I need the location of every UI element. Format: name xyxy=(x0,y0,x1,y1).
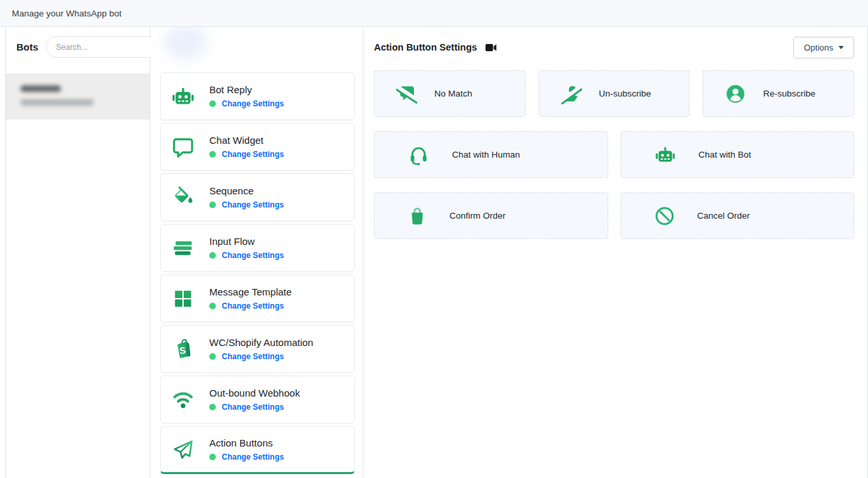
action-row-1: No Match Un-subscribe xyxy=(374,70,854,117)
change-settings-link[interactable]: Change Settings xyxy=(222,200,284,209)
action-button-label: Re-subscribe xyxy=(763,89,816,98)
action-button-re-subscribe[interactable]: Re-subscribe xyxy=(703,70,854,117)
action-button-no-match[interactable]: No Match xyxy=(374,70,526,117)
headset-icon xyxy=(407,144,430,166)
bot-name-redacted xyxy=(20,85,61,92)
robot-icon xyxy=(654,144,676,166)
paint-fill-icon xyxy=(170,185,196,211)
chat-bubble-icon xyxy=(170,134,196,160)
feature-text: Action Buttons Change Settings xyxy=(209,437,284,462)
action-button-label: Confirm Order xyxy=(449,211,506,221)
feature-card-sequence[interactable]: Sequence Change Settings xyxy=(160,173,355,221)
grid-icon xyxy=(170,286,196,312)
shopping-bag-icon xyxy=(407,206,427,226)
action-buttons-grid: No Match Un-subscribe xyxy=(374,70,854,253)
features-column: Bot Reply Change Settings Chat Widget Ch… xyxy=(151,27,363,478)
feature-text: Bot Reply Change Settings xyxy=(209,84,284,108)
bot-phone-redacted xyxy=(20,99,94,106)
video-camera-icon[interactable] xyxy=(486,43,497,52)
page-title: Manage your WhatsApp bot xyxy=(12,9,121,18)
panel-header: Action Button Settings Options xyxy=(374,27,854,68)
panel-title: Action Button Settings xyxy=(374,42,477,53)
status-dot xyxy=(209,353,216,360)
list-bars-icon xyxy=(170,235,196,261)
feature-card-list: Bot Reply Change Settings Chat Widget Ch… xyxy=(160,72,355,477)
options-button-label: Options xyxy=(804,43,833,53)
feature-card-wc-shopify[interactable]: S WC/Shopify Automation Change Settings xyxy=(160,325,355,373)
status-dot xyxy=(209,151,216,158)
action-row-3: Confirm Order Cancel Order xyxy=(374,192,854,239)
status-dot xyxy=(209,454,216,460)
change-settings-link[interactable]: Change Settings xyxy=(222,452,284,462)
action-row-2: Chat with Human xyxy=(374,131,854,178)
paper-plane-icon xyxy=(170,437,196,463)
action-button-label: No Match xyxy=(434,89,472,98)
status-dot xyxy=(209,100,216,107)
feature-card-action-buttons[interactable]: Action Buttons Change Settings xyxy=(160,426,355,474)
robot-icon xyxy=(170,83,196,110)
topbar: Manage your WhatsApp bot xyxy=(0,0,868,27)
feature-text: Input Flow Change Settings xyxy=(209,236,284,260)
bot-list-item-selected[interactable] xyxy=(6,74,150,120)
status-dot xyxy=(209,252,216,259)
change-settings-link[interactable]: Change Settings xyxy=(222,352,284,361)
action-button-un-subscribe[interactable]: Un-subscribe xyxy=(539,70,690,117)
change-settings-link[interactable]: Change Settings xyxy=(222,99,284,108)
status-dot xyxy=(209,404,216,410)
feature-text: Message Template Change Settings xyxy=(209,286,292,311)
action-button-chat-with-human[interactable]: Chat with Human xyxy=(374,131,608,178)
wifi-icon xyxy=(170,387,196,413)
action-button-label: Un-subscribe xyxy=(599,89,651,98)
feature-card-message-template[interactable]: Message Template Change Settings xyxy=(160,274,355,322)
feature-card-bot-reply[interactable]: Bot Reply Change Settings xyxy=(160,72,355,120)
main-panel: Bots xyxy=(5,27,868,478)
feature-title: Chat Widget xyxy=(209,135,284,146)
feature-card-chat-widget[interactable]: Chat Widget Change Settings xyxy=(160,123,355,171)
feature-title: WC/Shopify Automation xyxy=(209,337,313,348)
feature-title: Bot Reply xyxy=(209,84,284,95)
ban-icon xyxy=(654,206,675,227)
caret-down-icon xyxy=(838,46,844,49)
status-dot xyxy=(209,303,216,309)
action-button-label: Cancel Order xyxy=(697,211,750,221)
change-settings-link[interactable]: Change Settings xyxy=(222,301,284,311)
chat-slash-icon xyxy=(396,83,417,104)
shopify-bag-icon: S xyxy=(170,336,196,362)
feature-text: Chat Widget Change Settings xyxy=(209,135,284,159)
user-circle-icon xyxy=(725,83,746,104)
action-button-chat-with-bot[interactable]: Chat with Bot xyxy=(621,131,855,178)
feature-title: Input Flow xyxy=(209,236,284,247)
action-button-cancel-order[interactable]: Cancel Order xyxy=(621,192,855,239)
options-button[interactable]: Options xyxy=(793,37,854,58)
action-button-label: Chat with Bot xyxy=(699,150,751,160)
sidebar-header: Bots xyxy=(6,27,150,58)
change-settings-link[interactable]: Change Settings xyxy=(222,150,284,159)
feature-title: Sequence xyxy=(209,185,284,196)
feature-title: Action Buttons xyxy=(209,437,284,448)
blurred-avatar xyxy=(164,27,207,60)
feature-text: Out-bound Webhook Change Settings xyxy=(209,387,300,412)
action-button-confirm-order[interactable]: Confirm Order xyxy=(374,192,608,239)
feature-title: Message Template xyxy=(209,286,292,297)
feature-text: Sequence Change Settings xyxy=(209,185,284,209)
feature-card-outbound-webhook[interactable]: Out-bound Webhook Change Settings xyxy=(160,376,355,424)
bots-search-input[interactable] xyxy=(46,36,167,58)
svg-text:S: S xyxy=(179,345,186,356)
feature-card-input-flow[interactable]: Input Flow Change Settings xyxy=(160,224,355,272)
status-dot xyxy=(209,202,216,208)
bots-sidebar: Bots xyxy=(6,27,150,478)
user-slash-icon xyxy=(561,83,582,104)
feature-title: Out-bound Webhook xyxy=(209,387,300,399)
change-settings-link[interactable]: Change Settings xyxy=(222,402,284,412)
change-settings-link[interactable]: Change Settings xyxy=(222,251,284,260)
action-settings-panel: Action Button Settings Options xyxy=(364,27,867,478)
bots-heading: Bots xyxy=(16,41,38,53)
feature-text: WC/Shopify Automation Change Settings xyxy=(209,337,313,361)
action-button-label: Chat with Human xyxy=(452,150,520,160)
